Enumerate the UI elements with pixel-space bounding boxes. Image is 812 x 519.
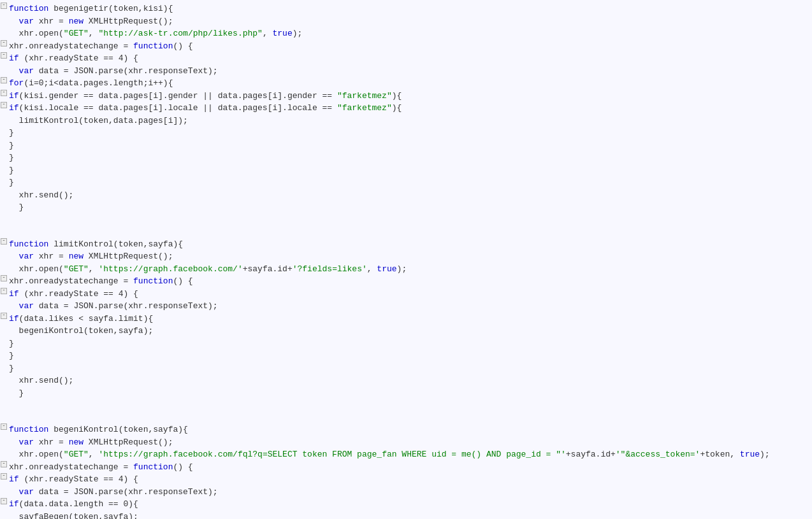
plain-token: }: [9, 141, 14, 150]
plain-token: begenigetir(token,kisi){: [48, 4, 173, 13]
plain-token: }: [9, 364, 14, 373]
line-content: }: [8, 387, 24, 400]
plain-token: limitKontrol(token,data.pages[i]);: [9, 116, 188, 125]
fold-gutter[interactable]: -: [0, 313, 8, 319]
line-content: }: [8, 362, 14, 375]
str-token: "farketmez": [337, 91, 392, 101]
line-content: var xhr = new XMLHttpRequest();: [8, 15, 173, 28]
code-line: }: [0, 362, 812, 375]
fold-gutter[interactable]: -: [0, 498, 8, 504]
fold-gutter[interactable]: -: [0, 288, 8, 294]
kw-token: if: [9, 289, 19, 299]
fold-box[interactable]: -: [1, 423, 7, 430]
plain-token: xhr.open(: [9, 29, 64, 38]
fold-box[interactable]: -: [1, 3, 7, 9]
str-token: 'https://graph.facebook.com/': [98, 264, 242, 274]
line-content: xhr.open("GET", "http://ask-tr.com/php/l…: [8, 27, 302, 40]
kw-token: function: [133, 41, 173, 51]
code-line: -xhr.onreadystatechange = function() {: [0, 461, 812, 474]
code-line: -function limitKontrol(token,sayfa){: [0, 238, 812, 251]
plain-token: () {: [173, 462, 192, 472]
line-content: }: [8, 164, 14, 177]
kw-token: var: [19, 301, 34, 311]
code-line: xhr.send();: [0, 189, 812, 202]
plain-token: () {: [173, 276, 192, 286]
plain-token: (xhr.readyState == 4) {: [19, 289, 138, 299]
str-token: '"&access_token=': [616, 450, 700, 459]
plain-token: +token,: [700, 450, 739, 459]
code-line: begeniKontrol(token,sayfa);: [0, 325, 812, 338]
code-line: xhr.open("GET", "http://ask-tr.com/php/l…: [0, 27, 812, 40]
fold-box[interactable]: -: [1, 275, 7, 281]
fold-box[interactable]: -: [1, 461, 7, 467]
fold-gutter[interactable]: -: [0, 461, 8, 467]
kw-token: new: [69, 17, 83, 26]
code-line: -function begeniKontrol(token,sayfa){: [0, 423, 812, 436]
str-token: "GET": [64, 264, 89, 274]
fold-gutter[interactable]: -: [0, 102, 8, 108]
str-token: "http://ask-tr.com/php/likes.php": [98, 29, 262, 38]
line-content: if(data.likes < sayfa.limit){: [8, 313, 153, 325]
plain-token: XMLHttpRequest();: [83, 17, 173, 26]
plain-token: (xhr.readyState == 4) {: [19, 53, 138, 63]
code-line: }: [0, 338, 812, 350]
plain-token: (kisi.gender == data.pages[i].gender || …: [19, 91, 337, 101]
plain-token: xhr.send();: [9, 376, 73, 385]
plain-token: ){: [392, 103, 402, 113]
plain-token: data = JSON.parse(xhr.responseText);: [34, 301, 218, 311]
fold-box[interactable]: -: [1, 473, 7, 480]
line-content: xhr.onreadystatechange = function() {: [8, 40, 193, 53]
plain-token: begeniKontrol(token,sayfa){: [48, 425, 187, 434]
line-content: xhr.open("GET", 'https://graph.facebook.…: [8, 263, 407, 276]
plain-token: XMLHttpRequest();: [83, 437, 173, 447]
fold-gutter[interactable]: -: [0, 90, 8, 96]
kw-token: true: [740, 450, 760, 459]
fold-box[interactable]: -: [1, 40, 7, 46]
fold-gutter[interactable]: -: [0, 3, 8, 9]
line-content: }: [8, 176, 14, 189]
plain-token: ){: [392, 91, 402, 101]
code-line: var data = JSON.parse(xhr.responseText);: [0, 300, 812, 313]
code-line: -if (xhr.readyState == 4) {: [0, 288, 812, 301]
plain-token: );: [397, 264, 407, 274]
code-line: -if (xhr.readyState == 4) {: [0, 52, 812, 65]
fold-gutter[interactable]: -: [0, 275, 8, 281]
fold-gutter[interactable]: -: [0, 423, 8, 430]
str-token: '?fields=likes': [293, 264, 367, 274]
line-content: }: [8, 139, 14, 152]
kw-token: var: [19, 437, 34, 447]
line-content: var data = JSON.parse(xhr.responseText);: [8, 65, 218, 78]
fold-gutter[interactable]: -: [0, 77, 8, 83]
plain-token: }: [9, 339, 14, 348]
fold-gutter[interactable]: -: [0, 52, 8, 59]
plain-token: }: [9, 388, 24, 398]
plain-token: [9, 66, 19, 76]
code-line: -if(data.likes < sayfa.limit){: [0, 313, 812, 325]
line-content: if(data.data.length == 0){: [8, 498, 138, 511]
fold-box[interactable]: -: [1, 90, 7, 96]
fold-gutter[interactable]: -: [0, 238, 8, 245]
fold-box[interactable]: -: [1, 52, 7, 59]
fold-box[interactable]: -: [1, 238, 7, 245]
line-content: }: [8, 201, 24, 214]
kw-token: true: [377, 264, 396, 274]
fold-box[interactable]: -: [1, 498, 7, 504]
kw-token: if: [9, 474, 19, 484]
fold-gutter[interactable]: -: [0, 473, 8, 480]
kw-token: if: [9, 103, 19, 113]
line-content: }: [8, 127, 14, 139]
plain-token: [9, 301, 19, 311]
fold-box[interactable]: -: [1, 77, 7, 83]
fold-box[interactable]: -: [1, 288, 7, 294]
fold-box[interactable]: -: [1, 313, 7, 319]
fold-gutter[interactable]: -: [0, 40, 8, 46]
empty-line: [0, 399, 812, 411]
plain-token: data = JSON.parse(xhr.responseText);: [34, 487, 218, 497]
plain-token: );: [760, 450, 770, 459]
plain-token: }: [9, 351, 14, 360]
fold-box[interactable]: -: [1, 102, 7, 108]
line-content: var data = JSON.parse(xhr.responseText);: [8, 300, 218, 313]
kw-token: if: [9, 91, 19, 101]
plain-token: (xhr.readyState == 4) {: [19, 474, 138, 484]
line-content: limitKontrol(token,data.pages[i]);: [8, 115, 188, 127]
